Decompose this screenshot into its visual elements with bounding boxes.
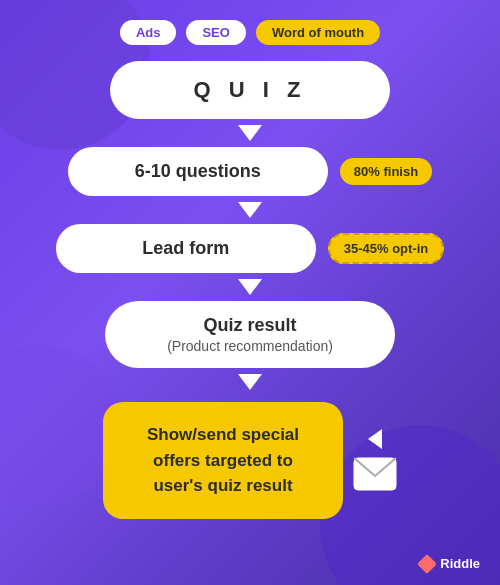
leadform-label: Lead form [142, 238, 229, 259]
envelope-icon [353, 457, 397, 491]
arrow-left-icon [368, 429, 382, 449]
offers-label: Show/send special offers targeted to use… [147, 425, 299, 495]
result-label: Quiz result [167, 315, 333, 336]
leadform-card: Lead form [56, 224, 316, 273]
background: Ads SEO Word of mouth Q U I Z 6-10 quest… [0, 0, 500, 585]
quiz-label: Q U I Z [194, 77, 307, 103]
tag-ads[interactable]: Ads [120, 20, 177, 45]
riddle-diamond-icon [417, 554, 437, 574]
questions-label: 6-10 questions [135, 161, 261, 182]
offers-card: Show/send special offers targeted to use… [103, 402, 343, 519]
questions-row: 6-10 questions 80% finish [40, 147, 460, 196]
bottom-row: Show/send special offers targeted to use… [40, 402, 460, 519]
questions-card: 6-10 questions [68, 147, 328, 196]
leadform-row: Lead form 35-45% opt-in [40, 224, 460, 273]
arrow-leadform-to-result [238, 279, 262, 295]
tags-row: Ads SEO Word of mouth [120, 20, 380, 45]
arrow-result-to-offers [238, 374, 262, 390]
main-content: Ads SEO Word of mouth Q U I Z 6-10 quest… [40, 20, 460, 519]
finish-badge: 80% finish [340, 158, 432, 185]
arrow-quiz-to-questions [238, 125, 262, 141]
result-sublabel: (Product recommendation) [167, 338, 333, 354]
optin-badge: 35-45% opt-in [328, 233, 445, 264]
arrow-questions-to-leadform [238, 202, 262, 218]
tag-word-of-mouth[interactable]: Word of mouth [256, 20, 380, 45]
result-card: Quiz result (Product recommendation) [105, 301, 395, 368]
envelope-area [353, 429, 397, 491]
riddle-brand: Riddle [420, 556, 480, 571]
riddle-brand-label: Riddle [440, 556, 480, 571]
quiz-card: Q U I Z [110, 61, 390, 119]
tag-seo[interactable]: SEO [186, 20, 245, 45]
